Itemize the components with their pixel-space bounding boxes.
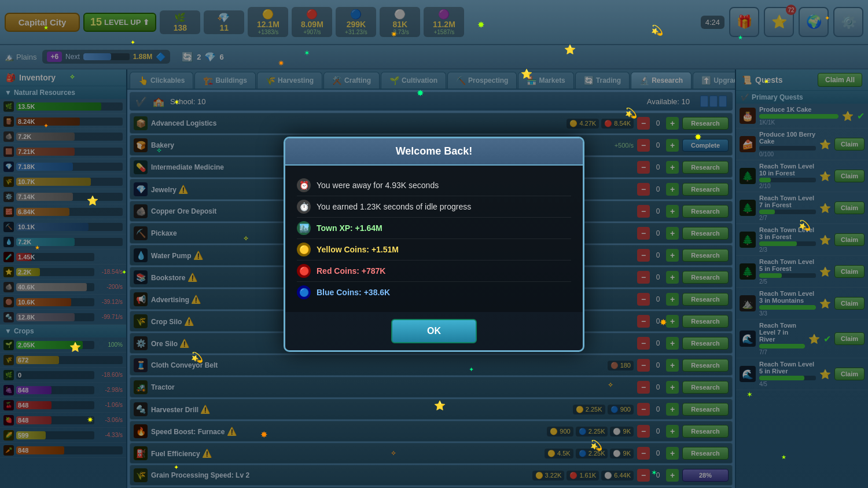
welcome-modal: Welcome Back! ⏰ You were away for 4.93K …	[284, 137, 584, 352]
modal-footer: OK	[285, 312, 583, 350]
red-coins-text: Red Coins: +787K	[317, 266, 385, 276]
modal-row: 🟡 Yellow Coins: +1.51M	[297, 239, 571, 260]
modal-row: ⏰ You were away for 4.93K seconds	[297, 175, 571, 196]
yellow-coins-text: Yellow Coins: +1.51M	[317, 245, 399, 254]
blue-coins-text: Blue Coins: +38.6K	[317, 288, 390, 297]
modal-row: 🔵 Blue Coins: +38.6K	[297, 282, 571, 303]
away-text: You were away for 4.93K seconds	[317, 181, 439, 190]
idle-text: You earned 1.23K seconds of idle progres…	[317, 202, 471, 211]
modal-overlay[interactable]: ★✦✧✶✷✸⭐💫★✦✧✶✷✸⭐💫★✦✧✶✷✸⭐💫★✦✧✶✷✸⭐💫★✦✧✶✷✸⭐💫…	[0, 0, 868, 488]
idle-icon: ⏱️	[297, 200, 311, 214]
modal-title: Welcome Back!	[285, 138, 583, 166]
modal-body: ⏰ You were away for 4.93K seconds ⏱️ You…	[285, 166, 583, 312]
yellow-coin-icon: 🟡	[297, 243, 311, 256]
red-coin-icon: 🔴	[297, 264, 311, 278]
modal-row: 🔴 Red Coins: +787K	[297, 260, 571, 282]
town-xp-icon: 🏙️	[297, 221, 311, 235]
modal-row: 🏙️ Town XP: +1.64M	[297, 218, 571, 239]
ok-button[interactable]: OK	[391, 319, 477, 343]
modal-row: ⏱️ You earned 1.23K seconds of idle prog…	[297, 196, 571, 218]
away-icon: ⏰	[297, 178, 311, 192]
town-xp-text: Town XP: +1.64M	[317, 223, 382, 233]
blue-coin-icon: 🔵	[297, 285, 311, 299]
